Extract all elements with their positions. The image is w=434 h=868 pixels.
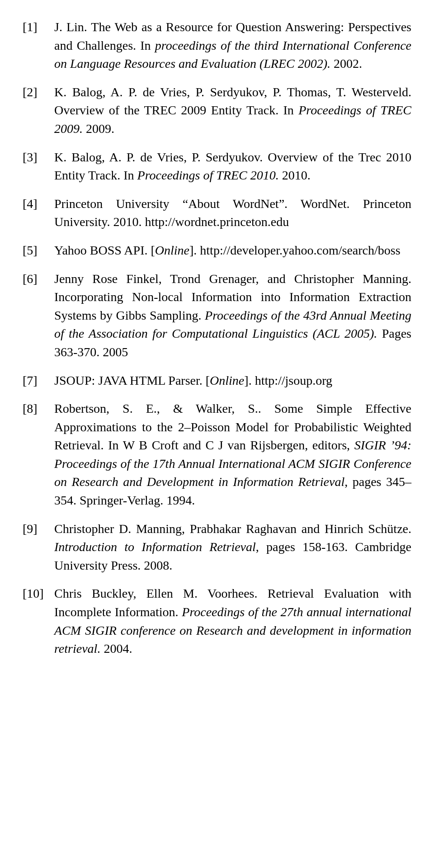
ref-number: [1]: [23, 18, 54, 37]
ref-number: [6]: [23, 270, 54, 288]
ref-content: K. Balog, A. P. de Vries, P. Serdyukov. …: [54, 148, 411, 185]
ref-number: [4]: [23, 195, 54, 213]
ref-content: Robertson, S. E., & Walker, S.. Some Sim…: [54, 400, 411, 510]
ref-content: Jenny Rose Finkel, Trond Grenager, and C…: [54, 270, 411, 362]
ref-number: [7]: [23, 372, 54, 390]
references-list: [1]J. Lin. The Web as a Resource for Que…: [23, 18, 411, 658]
table-row: [7]JSOUP: JAVA HTML Parser. [Online]. ht…: [23, 372, 411, 390]
ref-number: [5]: [23, 241, 54, 260]
ref-content: JSOUP: JAVA HTML Parser. [Online]. http:…: [54, 372, 411, 390]
ref-content: Chris Buckley, Ellen M. Voorhees. Retrie…: [54, 585, 411, 658]
ref-content: K. Balog, A. P. de Vries, P. Serdyukov, …: [54, 83, 411, 138]
table-row: [5]Yahoo BOSS API. [Online]. http://deve…: [23, 241, 411, 260]
table-row: [2]K. Balog, A. P. de Vries, P. Serdyuko…: [23, 83, 411, 138]
table-row: [4]Princeton University “About WordNet”.…: [23, 195, 411, 231]
ref-number: [3]: [23, 148, 54, 167]
ref-content: Princeton University “About WordNet”. Wo…: [54, 195, 411, 231]
ref-content: J. Lin. The Web as a Resource for Questi…: [54, 18, 411, 73]
ref-number: [10]: [23, 585, 54, 603]
ref-content: Christopher D. Manning, Prabhakar Raghav…: [54, 520, 411, 575]
table-row: [8]Robertson, S. E., & Walker, S.. Some …: [23, 400, 411, 510]
ref-number: [2]: [23, 83, 54, 102]
table-row: [1]J. Lin. The Web as a Resource for Que…: [23, 18, 411, 73]
ref-number: [9]: [23, 520, 54, 538]
ref-number: [8]: [23, 400, 54, 418]
table-row: [10]Chris Buckley, Ellen M. Voorhees. Re…: [23, 585, 411, 658]
ref-content: Yahoo BOSS API. [Online]. http://develop…: [54, 241, 411, 260]
table-row: [6]Jenny Rose Finkel, Trond Grenager, an…: [23, 270, 411, 362]
table-row: [9]Christopher D. Manning, Prabhakar Rag…: [23, 520, 411, 575]
table-row: [3]K. Balog, A. P. de Vries, P. Serdyuko…: [23, 148, 411, 185]
